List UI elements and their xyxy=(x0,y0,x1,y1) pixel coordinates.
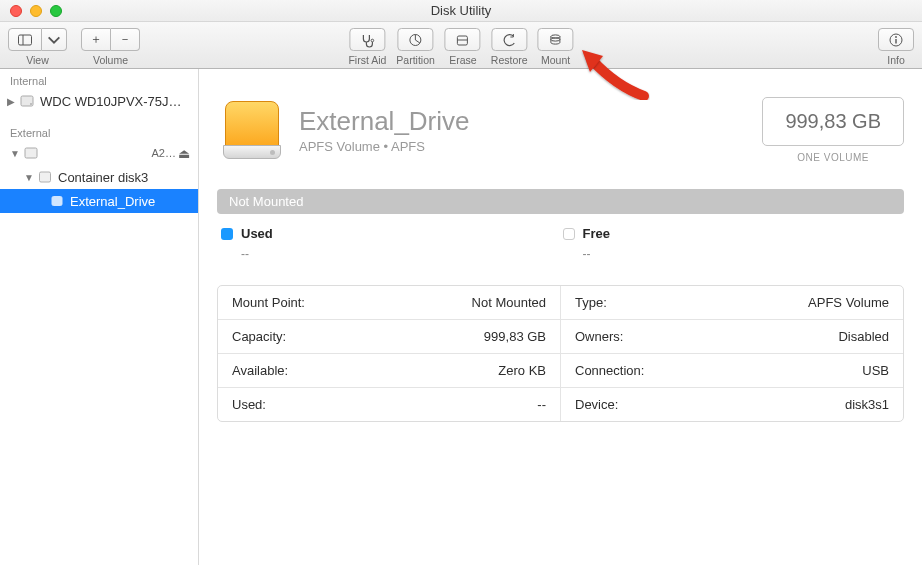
first-aid-label: First Aid xyxy=(348,54,386,66)
mount-label: Mount xyxy=(541,54,570,66)
restore-button[interactable] xyxy=(491,28,527,51)
disclosure-triangle-icon[interactable]: ▼ xyxy=(22,172,36,183)
info-key: Available: xyxy=(232,363,288,378)
volume-remove-button[interactable]: － xyxy=(111,28,140,51)
eject-icon[interactable]: ⏏ xyxy=(176,146,192,161)
used-label: Used xyxy=(241,226,273,241)
view-label: View xyxy=(26,54,49,66)
info-key: Owners: xyxy=(575,329,623,344)
svg-point-9 xyxy=(895,36,897,38)
restore-label: Restore xyxy=(491,54,528,66)
free-label: Free xyxy=(583,226,610,241)
volume-label: Volume xyxy=(93,54,128,66)
svg-rect-14 xyxy=(40,172,51,182)
info-value: APFS Volume xyxy=(808,295,889,310)
info-value: USB xyxy=(862,363,889,378)
info-key: Mount Point: xyxy=(232,295,305,310)
sidebar-item-container[interactable]: ▼ Container disk3 xyxy=(0,165,198,189)
info-value: -- xyxy=(537,397,546,412)
sidebar-item-label: External_Drive xyxy=(70,194,192,209)
disclosure-triangle-icon[interactable]: ▶ xyxy=(4,96,18,107)
volume-large-icon xyxy=(223,101,281,159)
svg-point-12 xyxy=(30,103,32,105)
info-value: Zero KB xyxy=(498,363,546,378)
used-value: -- xyxy=(241,247,563,261)
chevron-down-icon xyxy=(46,32,62,48)
partition-label: Partition xyxy=(396,54,435,66)
svg-rect-0 xyxy=(19,35,32,45)
hdd-icon xyxy=(18,92,36,110)
sidebar-item-label: A2… xyxy=(152,147,176,159)
volume-subtitle: APFS Volume • APFS xyxy=(299,139,470,154)
svg-point-2 xyxy=(371,39,374,42)
info-label: Info xyxy=(887,54,905,66)
info-key: Capacity: xyxy=(232,329,286,344)
erase-label: Erase xyxy=(449,54,476,66)
info-icon xyxy=(888,32,904,48)
sidebar-item-internal-disk[interactable]: ▶ WDC WD10JPVX-75J… xyxy=(0,89,198,113)
volume-size: 999,83 GB xyxy=(762,97,904,146)
view-dropdown-button[interactable] xyxy=(42,28,67,51)
free-value: -- xyxy=(583,247,905,261)
mount-button[interactable] xyxy=(538,28,574,51)
sidebar-item-label: WDC WD10JPVX-75J… xyxy=(40,94,192,109)
sidebar: Internal ▶ WDC WD10JPVX-75J… External ▼ … xyxy=(0,69,199,565)
status-bar: Not Mounted xyxy=(217,189,904,214)
sidebar-item-external-disk[interactable]: ▼ A2… ⏏ xyxy=(0,141,198,165)
erase-button[interactable] xyxy=(445,28,481,51)
mount-icon xyxy=(548,32,564,48)
detail-pane: External_Drive APFS Volume • APFS 999,83… xyxy=(199,69,922,565)
info-key: Device: xyxy=(575,397,618,412)
external-hdd-icon xyxy=(22,144,40,162)
stethoscope-icon xyxy=(359,32,375,48)
titlebar: Disk Utility xyxy=(0,0,922,22)
sidebar-section-internal: Internal xyxy=(0,69,198,89)
volume-icon xyxy=(48,192,66,210)
sidebar-item-label: Container disk3 xyxy=(58,170,192,185)
volume-name: External_Drive xyxy=(299,106,470,137)
svg-rect-15 xyxy=(52,197,62,206)
toolbar: View ＋ － Volume First Aid Partition Eras… xyxy=(0,22,922,69)
svg-rect-13 xyxy=(25,148,37,158)
sidebar-item-external-volume[interactable]: External_Drive xyxy=(0,189,198,213)
used-swatch xyxy=(221,228,233,240)
info-value: Not Mounted xyxy=(472,295,546,310)
info-key: Connection: xyxy=(575,363,644,378)
info-value: Disabled xyxy=(838,329,889,344)
partition-button[interactable] xyxy=(398,28,434,51)
view-mode-button[interactable] xyxy=(8,28,42,51)
info-key: Used: xyxy=(232,397,266,412)
volume-add-button[interactable]: ＋ xyxy=(81,28,111,51)
info-value: disk3s1 xyxy=(845,397,889,412)
info-key: Type: xyxy=(575,295,607,310)
disclosure-triangle-icon[interactable]: ▼ xyxy=(8,148,22,159)
volume-size-label: ONE VOLUME xyxy=(762,152,904,163)
info-button[interactable] xyxy=(878,28,914,51)
sidebar-section-external: External xyxy=(0,121,198,141)
svg-point-7 xyxy=(551,37,560,40)
first-aid-button[interactable] xyxy=(349,28,385,51)
free-swatch xyxy=(563,228,575,240)
pie-icon xyxy=(408,32,424,48)
sidebar-layout-icon xyxy=(17,32,33,48)
window-title: Disk Utility xyxy=(0,3,922,18)
erase-icon xyxy=(455,32,471,48)
restore-icon xyxy=(501,32,517,48)
info-table: Mount Point:Not Mounted Type:APFS Volume… xyxy=(217,285,904,422)
info-value: 999,83 GB xyxy=(484,329,546,344)
container-icon xyxy=(36,168,54,186)
